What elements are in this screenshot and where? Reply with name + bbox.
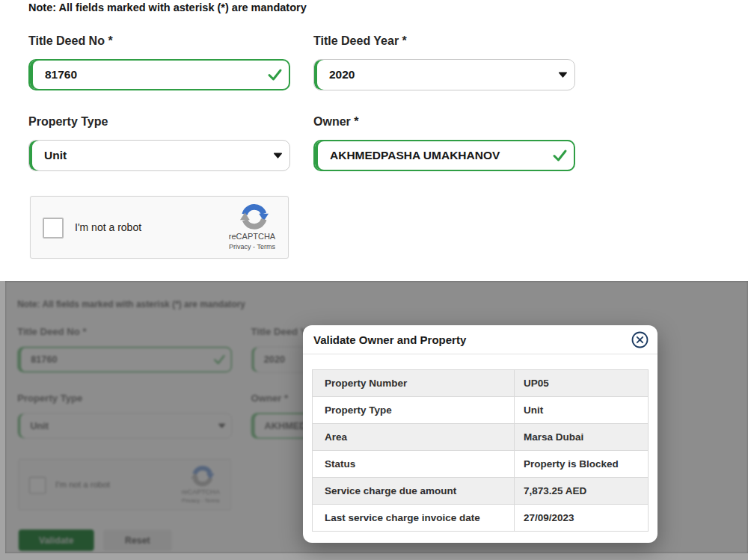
page: Note: All fields marked with asterisk (*… [0,0,748,560]
check-icon [267,67,283,83]
owner-field: Owner * AKHMEDPASHA UMAKHANOV [313,115,575,171]
table-row: Property Type Unit [313,397,649,424]
recaptcha-terms-link[interactable]: Privacy - Terms [222,243,282,250]
modal-body: Property Number UP05 Property Type Unit … [303,354,657,532]
dimmed-background-section: Note: All fields marked with asterisk (*… [0,281,748,560]
caret-down-icon [558,72,568,78]
owner-input[interactable]: AKHMEDPASHA UMAKHANOV [313,140,575,171]
check-icon [552,148,568,164]
recaptcha-logo-icon [240,203,269,231]
mandatory-note: Note: All fields marked with asterisk (*… [28,1,307,13]
property-details-table: Property Number UP05 Property Type Unit … [312,369,649,532]
property-type-label: Property Type [28,115,290,129]
title-deed-no-label: Title Deed No * [28,34,290,48]
owner-label: Owner * [313,115,575,129]
title-deed-no-input[interactable]: 81760 [28,59,290,90]
title-deed-year-label: Title Deed Year * [313,34,575,48]
title-deed-year-select[interactable]: 2020 [313,59,575,90]
table-row: Service charge due amount 7,873.25 AED [313,478,649,505]
table-row: Last service charge invoice date 27/09/2… [313,505,649,532]
modal-title: Validate Owner and Property [313,333,466,346]
recaptcha-label: I'm not a robot [75,221,141,233]
recaptcha-checkbox[interactable] [43,218,64,239]
modal-header: Validate Owner and Property [303,325,657,354]
validate-result-modal: Validate Owner and Property Property Num… [303,325,657,543]
property-type-field: Property Type Unit [28,115,290,171]
title-deed-no-field: Title Deed No * 81760 [28,34,290,90]
recaptcha-brand: reCAPTCHA [222,232,282,241]
title-deed-year-field: Title Deed Year * 2020 [313,34,575,90]
recaptcha-widget: I'm not a robot reCAPTCHA Privacy - Term… [30,196,289,259]
close-icon[interactable] [631,331,649,348]
table-row: Area Marsa Dubai [313,424,649,451]
table-row: Property Number UP05 [313,370,649,397]
table-row: Status Property is Blocked [313,451,649,478]
property-type-select[interactable]: Unit [28,140,290,171]
caret-down-icon [273,153,283,159]
